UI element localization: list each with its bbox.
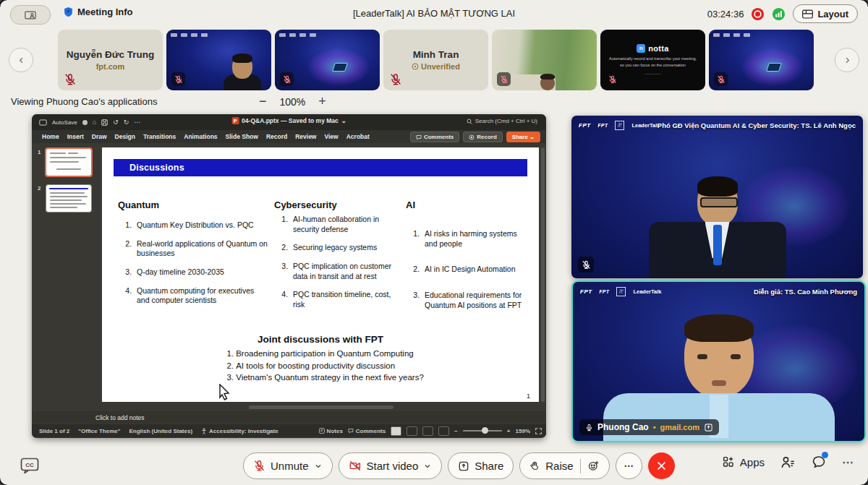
tab-slide-show[interactable]: Slide Show — [226, 133, 258, 140]
status-left: Slide 1 of 2 "Office Theme" English (Uni… — [32, 428, 278, 434]
participant-filmstrip: Nguyễn Đức Trung fpt.com — [0, 29, 868, 91]
search-hint: Search (Cmd + Ctrl + U) — [475, 118, 537, 124]
notes-toggle[interactable]: Notes — [319, 428, 343, 434]
share-button[interactable]: Share — [448, 452, 514, 479]
right-controls: Apps ⋯ — [722, 455, 854, 469]
participant-tile-minh-tran[interactable]: Minh Tran Unverified — [383, 30, 488, 90]
tab-animations[interactable]: Animations — [184, 133, 217, 140]
notta-tagline-1: Automatically record and transcribe your… — [609, 56, 697, 61]
participant-tile-video-1[interactable] — [166, 30, 271, 90]
slide-page-number: 1 — [527, 392, 530, 400]
screen-share-indicator-button[interactable] — [10, 5, 51, 25]
tab-insert[interactable]: Insert — [67, 133, 84, 140]
fpt-logo: FPT — [580, 288, 592, 295]
stage-video-le-anh-ngoc[interactable]: FPT FPT 卍 LeaderTalk Phó GĐ Viện Quantum… — [571, 116, 863, 278]
chat-button[interactable] — [812, 455, 826, 469]
zoom-percentage[interactable]: 159% — [516, 428, 530, 434]
participant-tile-nguyen-duc-trung[interactable]: Nguyễn Đức Trung fpt.com — [58, 30, 163, 90]
apps-label: Apps — [740, 456, 765, 468]
zoom-out-button[interactable]: − — [259, 94, 267, 109]
raise-hand-reactions-button[interactable]: Raise — [519, 452, 609, 479]
connection-quality-icon[interactable] — [772, 7, 786, 21]
participant-tile-notta-bot[interactable]: n notta Automatically record and transcr… — [600, 30, 705, 90]
accessibility-status[interactable]: Accessibility: Investigate — [201, 428, 278, 434]
ppt-record-button[interactable]: Record — [463, 132, 503, 142]
participant-tile-video-2[interactable] — [275, 30, 380, 90]
tab-record[interactable]: Record — [266, 133, 287, 140]
participant-verification: Unverified — [412, 62, 460, 71]
meeting-info-control[interactable]: Meeting Info — [64, 7, 133, 17]
comment-icon — [416, 134, 422, 140]
fpt-unit-logo: FPT — [598, 123, 608, 128]
chevron-down-icon[interactable] — [314, 462, 323, 471]
autosave-toggle[interactable] — [82, 120, 88, 125]
tab-acrobat[interactable]: Acrobat — [346, 133, 370, 140]
fit-slide-icon[interactable] — [535, 428, 542, 434]
chevron-down-icon[interactable] — [423, 462, 432, 471]
theme-name[interactable]: "Office Theme" — [78, 428, 120, 434]
comments-toggle[interactable]: Comments — [348, 428, 386, 434]
muted-mic-icon — [64, 73, 77, 86]
recording-indicator-icon[interactable] — [751, 7, 765, 21]
zoom-out-button[interactable]: − — [454, 428, 458, 434]
normal-view-button[interactable] — [391, 426, 401, 436]
home-icon[interactable]: ⌂ — [93, 119, 96, 126]
slide-thumbnail-1[interactable] — [46, 149, 91, 176]
top-bar: Meeting Info [LeaderTalk] AI BẢO MẬT TƯƠ… — [0, 0, 868, 27]
tab-draw[interactable]: Draw — [92, 133, 107, 140]
zoom-in-button[interactable]: + — [507, 428, 511, 434]
zoom-level[interactable]: 100% — [280, 96, 306, 108]
overflow-menu-button[interactable]: ⋯ — [842, 455, 854, 469]
participant-tile-room[interactable] — [492, 30, 597, 90]
search-icon — [467, 119, 472, 124]
ppt-share-button[interactable]: Share ⌄ — [506, 132, 540, 142]
status-right: Notes Comments − + 159% — [319, 426, 542, 436]
filename-chevron-icon[interactable]: ⌄ — [341, 117, 346, 124]
participants-button[interactable] — [780, 455, 796, 469]
unmute-button[interactable]: Unmute — [243, 452, 333, 479]
thumb-number-1: 1 — [38, 149, 41, 155]
language-indicator[interactable]: English (United States) — [129, 428, 193, 434]
slideshow-view-button[interactable] — [438, 426, 449, 436]
participant-tile-video-3[interactable] — [709, 30, 814, 90]
slide-scrollbar[interactable] — [541, 147, 545, 402]
notes-pane[interactable]: Click to add notes — [32, 411, 546, 424]
undo-icon[interactable]: ↺ — [113, 119, 119, 126]
closed-captions-button[interactable]: CC — [20, 458, 39, 473]
filmstrip-next-button[interactable] — [835, 48, 859, 72]
tab-review[interactable]: Review — [295, 133, 316, 140]
layout-button[interactable]: Layout — [793, 4, 858, 23]
tab-design[interactable]: Design — [115, 133, 135, 140]
apps-button[interactable]: Apps — [722, 455, 765, 468]
active-speaker-video-cao-minh-phuong[interactable]: FPT FPT 卍 LeaderTalk Diễn giả: TS. Cao M… — [571, 280, 866, 442]
notes-divider[interactable] — [249, 405, 393, 409]
meeting-info-label: Meeting Info — [77, 7, 133, 17]
chat-notification-dot — [822, 452, 828, 458]
fpt-logo: FPT — [579, 122, 591, 129]
slide-canvas[interactable]: Discussions Quantum Quantum Key Distribu… — [102, 147, 539, 402]
accessibility-icon — [201, 428, 207, 434]
tab-home[interactable]: Home — [42, 133, 59, 140]
notes-placeholder: Click to add notes — [32, 414, 145, 421]
notta-footnote-line: ————— — [644, 72, 661, 76]
speaker-domain: gmail.com — [660, 423, 699, 432]
ppt-comments-button[interactable]: Comments — [410, 132, 459, 142]
titlebar-more-icon[interactable]: ⋯ — [134, 119, 140, 126]
tab-transitions[interactable]: Transitions — [143, 133, 176, 140]
tab-view[interactable]: View — [324, 133, 338, 140]
ppt-body: 1 2 Discussions — [32, 143, 546, 437]
slide-sorter-view-button[interactable] — [407, 426, 417, 436]
slide-thumbnail-2[interactable] — [46, 185, 91, 212]
filmstrip-prev-button[interactable] — [9, 48, 33, 72]
reactions-smiley-icon[interactable] — [587, 460, 600, 472]
ppt-search[interactable]: Search (Cmd + Ctrl + U) — [467, 118, 537, 124]
zoom-in-button[interactable]: + — [318, 94, 326, 109]
leave-meeting-button[interactable] — [648, 452, 675, 479]
more-options-button[interactable]: ⋯ — [616, 452, 642, 479]
save-icon[interactable] — [101, 119, 108, 126]
start-video-button[interactable]: Start video — [339, 452, 443, 479]
redo-icon[interactable]: ↻ — [124, 119, 129, 126]
list-item: Real-world applications of Quantum on bu… — [134, 239, 268, 259]
reading-view-button[interactable] — [422, 426, 433, 436]
zoom-slider[interactable] — [463, 430, 502, 432]
